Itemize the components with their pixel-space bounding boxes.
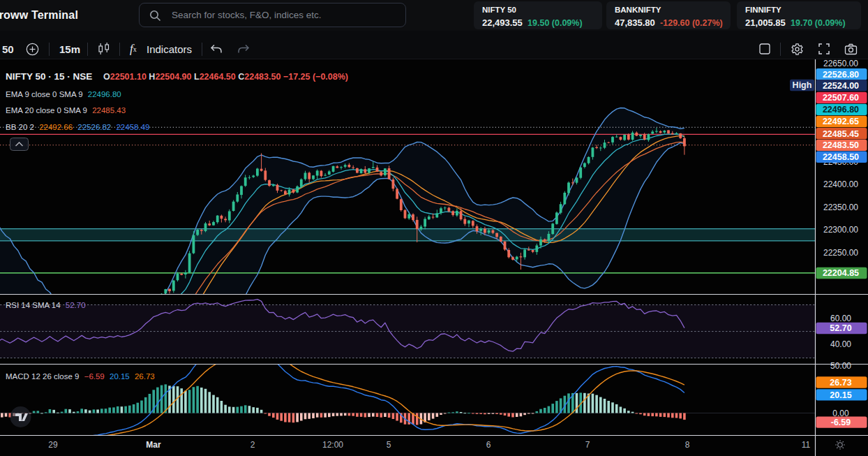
svg-text:40.00: 40.00 — [830, 339, 851, 349]
svg-text:22350.00: 22350.00 — [823, 203, 858, 212]
svg-text:22300.00: 22300.00 — [823, 225, 858, 235]
svg-text:22458.50: 22458.50 — [823, 152, 859, 162]
svg-text:RSI 14 SMA 14 52.70: RSI 14 SMA 14 52.70 — [6, 301, 86, 309]
svg-text:2: 2 — [250, 440, 255, 450]
svg-text:7: 7 — [585, 440, 590, 450]
svg-text:29: 29 — [48, 440, 58, 450]
svg-text:60.00: 60.00 — [830, 314, 851, 323]
svg-text:8: 8 — [685, 440, 690, 450]
svg-text:22400.00: 22400.00 — [823, 179, 858, 189]
svg-text:6: 6 — [486, 440, 491, 450]
svg-text:O22501.10 H22504.90 L22464.50: O22501.10 H22504.90 L22464.50 C22483.50 … — [103, 72, 348, 82]
svg-text:22485.45: 22485.45 — [823, 129, 859, 139]
svg-text:22650.00: 22650.00 — [823, 59, 858, 68]
svg-text:22250.00: 22250.00 — [823, 248, 858, 258]
svg-text:12:00: 12:00 — [322, 440, 343, 450]
svg-text:26.73: 26.73 — [830, 378, 851, 388]
svg-text:11: 11 — [802, 440, 811, 450]
svg-text:22496.80: 22496.80 — [823, 105, 859, 115]
svg-text:BB 20 2 22492.66 22526.82 224: BB 20 2 22492.66 22526.82 22458.49 — [6, 123, 149, 131]
svg-text:22526.80: 22526.80 — [823, 70, 859, 80]
svg-text:High: High — [793, 80, 812, 90]
svg-text:52.70: 52.70 — [830, 323, 851, 333]
svg-text:22507.60: 22507.60 — [823, 93, 859, 103]
svg-text:20.15: 20.15 — [830, 390, 851, 400]
svg-text:22524.00: 22524.00 — [823, 81, 859, 91]
svg-text:Mar: Mar — [146, 440, 161, 450]
svg-text:EMA 9 close 0 SMA 9 22496.80: EMA 9 close 0 SMA 9 22496.80 — [6, 90, 121, 98]
svg-text:22204.85: 22204.85 — [823, 268, 859, 278]
svg-text:50.00: 50.00 — [830, 361, 851, 371]
svg-text:22483.50: 22483.50 — [823, 140, 859, 150]
svg-text:-6.59: -6.59 — [831, 418, 851, 427]
svg-text:NIFTY 50 · 15 · NSE: NIFTY 50 · 15 · NSE — [6, 71, 92, 82]
svg-text:EMA 20 close 0 SMA 9 22485.43: EMA 20 close 0 SMA 9 22485.43 — [6, 106, 126, 115]
svg-text:22492.65: 22492.65 — [823, 117, 859, 126]
svg-text:5: 5 — [387, 440, 391, 450]
